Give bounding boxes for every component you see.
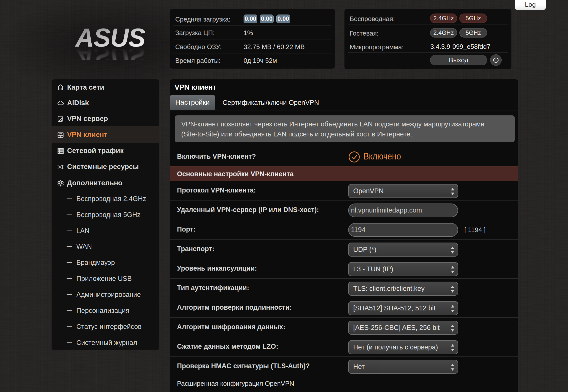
svg-text:ASUS: ASUS [75,41,145,60]
